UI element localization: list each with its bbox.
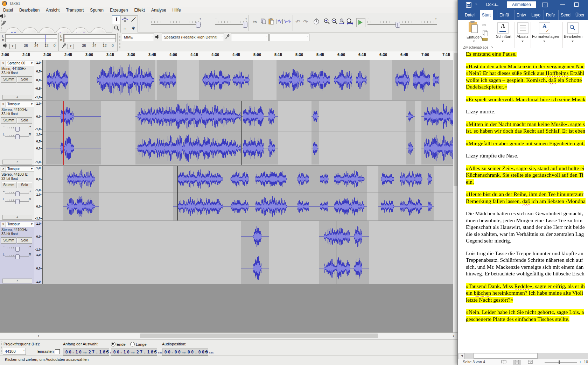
menu-hilfe[interactable]: Hilfe bbox=[169, 7, 184, 13]
timeshift-tool-button[interactable]: ↔ bbox=[120, 24, 130, 33]
zoom-in-button[interactable]: + bbox=[579, 359, 582, 365]
track-waveform-area[interactable] bbox=[43, 60, 458, 100]
track-close-button[interactable]: × bbox=[1, 167, 6, 172]
audio-position-field[interactable]: 00h00min00.000sec bbox=[162, 349, 208, 356]
font-group-button[interactable]: A bbox=[497, 22, 509, 34]
zoom-out-button[interactable] bbox=[331, 18, 338, 26]
cut-icon[interactable]: ✂ bbox=[482, 22, 486, 28]
paste-button-audacity[interactable] bbox=[267, 18, 275, 26]
project-rate-select[interactable]: 44100ˇ bbox=[3, 348, 26, 355]
format-painter-icon[interactable] bbox=[482, 38, 488, 41]
word-titlebar[interactable]: » Doku... Anmelden — bbox=[458, 0, 588, 10]
scroll-right-icon[interactable]: › bbox=[453, 333, 454, 338]
end-radio[interactable] bbox=[111, 342, 115, 346]
scroll-left-icon[interactable]: ‹ bbox=[38, 333, 39, 338]
selection-end-field[interactable]: 00h10min27.185sec bbox=[111, 349, 157, 356]
menu-erzeugen[interactable]: Erzeugen bbox=[107, 7, 131, 13]
paragraph-group-button[interactable] bbox=[517, 22, 528, 34]
track-vertical-ruler[interactable]: 1,00,0-1,01,00,0-1,0 bbox=[34, 166, 43, 220]
input-device-select[interactable]: ˇ bbox=[231, 34, 269, 41]
input-channels-select[interactable]: ˇ bbox=[270, 34, 309, 41]
horizontal-scrollbar[interactable]: ‹ › bbox=[0, 332, 458, 339]
selection-tool-button[interactable]: I bbox=[112, 15, 121, 24]
track-vertical-ruler[interactable]: 1,00,50,0-0,5-1,0 bbox=[34, 60, 43, 100]
play-speed-slider[interactable]: −+ bbox=[368, 21, 437, 27]
track-name[interactable]: Sprache 00▼ bbox=[6, 61, 34, 66]
track-menu-arrow-icon[interactable]: ▼ bbox=[30, 167, 33, 170]
zoom-out-button[interactable]: − bbox=[539, 359, 542, 365]
track-collapse-button[interactable]: ▲ bbox=[2, 95, 32, 100]
read-mode-icon[interactable] bbox=[500, 360, 507, 365]
styles-group-button[interactable]: A bbox=[539, 22, 550, 34]
track-control-panel[interactable]: ×Tonspur▼Stereo, 44100Hz32-bit floatStum… bbox=[0, 101, 34, 165]
clip-boundary-line[interactable] bbox=[336, 221, 336, 284]
track-gain-slider[interactable]: −+ bbox=[2, 246, 32, 251]
track-collapse-button[interactable]: ▲ bbox=[2, 279, 32, 283]
track-name[interactable]: Tonspur▼ bbox=[6, 222, 34, 227]
track-waveform-area[interactable] bbox=[43, 221, 458, 284]
silence-audio-button[interactable] bbox=[284, 18, 291, 26]
undo-button[interactable]: ↶ bbox=[294, 18, 302, 26]
track-vertical-ruler[interactable]: 1,00,0-1,01,00,0-1,0 bbox=[34, 221, 43, 284]
tab-refe[interactable]: Refe bbox=[544, 10, 557, 20]
clip-boundary-line[interactable] bbox=[241, 101, 242, 165]
track-solo-button[interactable]: Solo bbox=[17, 237, 32, 244]
zoom-tool-button[interactable] bbox=[112, 24, 121, 33]
track-pan-slider[interactable]: LR bbox=[2, 198, 32, 204]
print-layout-icon[interactable] bbox=[513, 360, 521, 365]
multi-tool-button[interactable]: ∗ bbox=[129, 24, 138, 33]
tab-datei[interactable]: Datei bbox=[463, 10, 477, 20]
meter-speaker-icon[interactable] bbox=[3, 43, 8, 49]
track-gain-slider[interactable]: −+ bbox=[2, 190, 32, 196]
tab-layo[interactable]: Layo bbox=[529, 10, 542, 20]
track-mute-button[interactable]: Stumm bbox=[1, 182, 16, 188]
menu-effekt[interactable]: Effekt bbox=[131, 7, 148, 13]
toolbar-grip[interactable] bbox=[1, 342, 2, 354]
fit-project-button[interactable] bbox=[346, 18, 354, 26]
menu-transport[interactable]: Transport bbox=[63, 7, 87, 13]
toolbar-grip[interactable] bbox=[119, 35, 120, 49]
menu-spuren[interactable]: Spuren bbox=[87, 7, 107, 13]
horizontal-scrollbar-thumb[interactable] bbox=[140, 334, 378, 338]
draw-tool-button[interactable] bbox=[129, 15, 138, 24]
menu-bearbeiten[interactable]: Bearbeiten bbox=[16, 7, 43, 13]
clipboard-dialog-launcher-icon[interactable]: ↘ bbox=[491, 45, 493, 49]
playback-volume-slider[interactable]: −+ bbox=[151, 21, 201, 27]
paragraph-group-arrow[interactable] bbox=[522, 41, 524, 42]
track-vertical-ruler[interactable]: 1,00,0-1,01,00,50,0-1,0 bbox=[34, 101, 43, 165]
track-area[interactable]: ×Sprache 00▼Mono, 44100Hz32-bit floatStu… bbox=[0, 60, 458, 332]
word-horizontal-scrollbar[interactable]: ◄ bbox=[458, 353, 588, 359]
record-volume-slider[interactable]: −+ bbox=[215, 21, 247, 27]
save-icon[interactable] bbox=[466, 2, 471, 8]
tab-send[interactable]: Send bbox=[558, 10, 573, 20]
styles-group-arrow[interactable] bbox=[543, 41, 545, 42]
audacity-titlebar[interactable]: Take1 bbox=[0, 0, 458, 7]
end-radio-label[interactable]: Ende bbox=[111, 342, 126, 346]
meter-dropdown-arrow[interactable]: ▼ bbox=[9, 44, 16, 49]
redo-button[interactable]: ↷ bbox=[302, 18, 309, 26]
editing-group-arrow[interactable] bbox=[572, 41, 574, 42]
track-solo-button[interactable]: Solo bbox=[17, 117, 32, 124]
timer-icon[interactable] bbox=[313, 18, 320, 26]
track-solo-button[interactable]: Solo bbox=[17, 182, 32, 188]
menu-analyse[interactable]: Analyse bbox=[148, 7, 169, 13]
track-menu-arrow-icon[interactable]: ▼ bbox=[30, 103, 33, 106]
track-mute-button[interactable]: Stumm bbox=[1, 237, 16, 244]
zoom-in-button[interactable] bbox=[323, 18, 331, 26]
meter-mic-icon[interactable] bbox=[61, 43, 66, 50]
minimize-button[interactable]: — bbox=[560, 1, 565, 7]
web-layout-icon[interactable] bbox=[526, 360, 534, 365]
track-control-panel[interactable]: ×Sprache 00▼Mono, 44100Hz32-bit floatStu… bbox=[0, 60, 34, 100]
track-menu-arrow-icon[interactable]: ▼ bbox=[30, 223, 33, 226]
track-collapse-button[interactable]: ▲ bbox=[2, 215, 32, 220]
audio-host-select[interactable]: MMEˇ bbox=[122, 34, 154, 41]
word-scroll-left-icon[interactable]: ◄ bbox=[459, 353, 465, 359]
length-radio-label[interactable]: Länge bbox=[130, 342, 147, 346]
track-menu-arrow-icon[interactable]: ▼ bbox=[30, 62, 33, 65]
tab-entw[interactable]: Entw bbox=[514, 10, 528, 20]
playback-volume-slider-thumb[interactable] bbox=[196, 22, 201, 28]
output-device-select[interactable]: Speakers (Realtek High Definitiˇ bbox=[162, 34, 224, 41]
tab-über[interactable]: Über bbox=[573, 10, 587, 20]
editing-group-button[interactable] bbox=[567, 22, 579, 34]
menu-datei[interactable]: Datei bbox=[0, 7, 16, 13]
